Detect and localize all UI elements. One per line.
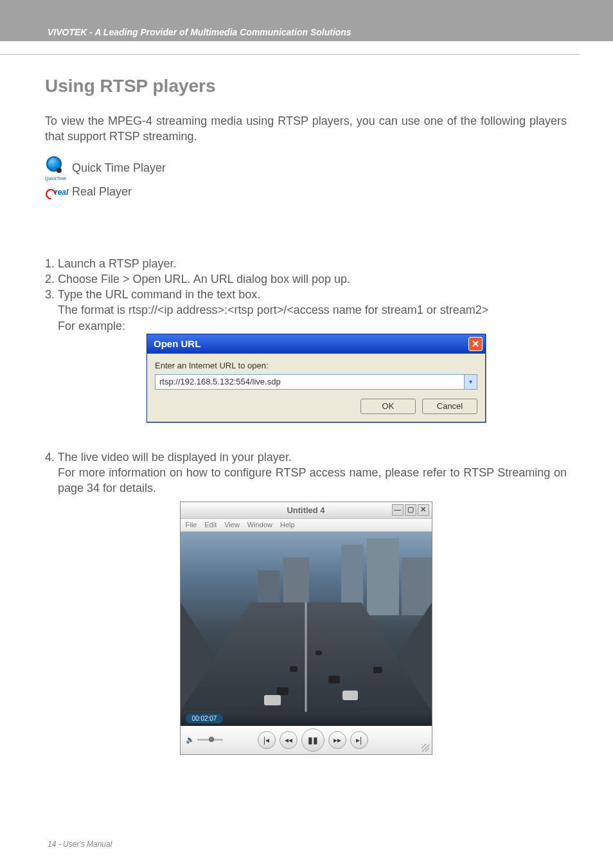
chevron-down-icon: ▾ bbox=[469, 377, 472, 386]
step-4: 4. The live video will be displayed in y… bbox=[45, 449, 567, 465]
open-url-dialog: Open URL ✕ Enter an Internet URL to open… bbox=[147, 334, 486, 422]
maximize-button[interactable]: ▢ bbox=[405, 504, 416, 516]
player-menubar: File Edit View Window Help bbox=[181, 519, 432, 532]
player-window-controls: ― ▢ ✕ bbox=[392, 504, 429, 516]
volume-track[interactable] bbox=[197, 739, 223, 741]
minimize-button[interactable]: ― bbox=[392, 504, 404, 516]
scene-car bbox=[277, 687, 289, 695]
page-title: Using RTSP players bbox=[45, 76, 567, 96]
volume-thumb[interactable] bbox=[209, 737, 214, 742]
player-real-row: real Real Player bbox=[45, 185, 567, 199]
combobox-dropdown-button[interactable]: ▾ bbox=[464, 375, 477, 389]
player-real-label: Real Player bbox=[72, 185, 132, 199]
elapsed-time: 00:02:07 bbox=[186, 714, 224, 723]
volume-control[interactable]: 🔈 bbox=[186, 736, 223, 744]
rewind-icon: ◂◂ bbox=[285, 736, 292, 745]
realplayer-icon: real bbox=[46, 188, 62, 199]
menu-window[interactable]: Window bbox=[247, 521, 272, 529]
scene-car bbox=[264, 695, 281, 705]
cancel-button[interactable]: Cancel bbox=[422, 399, 477, 414]
ok-button[interactable]: OK bbox=[360, 399, 416, 414]
progress-bar[interactable]: 00:02:07 bbox=[181, 712, 432, 726]
player-titlebar: Untitled 4 ― ▢ ✕ bbox=[181, 502, 432, 519]
dialog-close-button[interactable]: ✕ bbox=[468, 337, 483, 351]
scene-car bbox=[328, 676, 340, 683]
scene-car bbox=[342, 691, 358, 700]
header-divider bbox=[0, 54, 580, 55]
forward-button[interactable]: ▸▸ bbox=[328, 731, 346, 749]
step-3: 3. Type the URL command in the text box. bbox=[45, 287, 567, 302]
player-quicktime-row: QuickTime Quick Time Player bbox=[45, 156, 567, 181]
header-brand-text: VIVOTEK - A Leading Provider of Multimed… bbox=[48, 27, 351, 37]
quicktime-icon bbox=[46, 156, 62, 172]
step-3-format: The format is rtsp://<ip address>:<rtsp … bbox=[45, 302, 567, 318]
maximize-icon: ▢ bbox=[407, 505, 414, 514]
player-title-text: Untitled 4 bbox=[287, 505, 324, 515]
menu-view[interactable]: View bbox=[224, 521, 240, 529]
menu-file[interactable]: File bbox=[186, 521, 197, 529]
dialog-title-text: Open URL bbox=[154, 338, 200, 350]
dialog-titlebar: Open URL ✕ bbox=[147, 334, 485, 354]
skip-end-icon: ▸| bbox=[356, 736, 362, 745]
video-viewport bbox=[181, 532, 432, 712]
menu-edit[interactable]: Edit bbox=[204, 521, 217, 529]
scene-lane-divider bbox=[305, 602, 307, 712]
skip-start-button[interactable]: |◂ bbox=[258, 731, 276, 749]
player-close-button[interactable]: ✕ bbox=[418, 504, 429, 516]
close-icon: ✕ bbox=[472, 338, 480, 350]
content-area: Using RTSP players To view the MPEG-4 st… bbox=[0, 41, 613, 755]
url-combobox[interactable]: ▾ bbox=[155, 374, 477, 390]
resize-grip[interactable] bbox=[422, 744, 429, 752]
rewind-button[interactable]: ◂◂ bbox=[280, 731, 298, 749]
scene-car bbox=[315, 651, 322, 655]
speaker-icon: 🔈 bbox=[186, 736, 195, 744]
pause-icon: ▮▮ bbox=[308, 735, 318, 745]
example-label: For example: bbox=[45, 318, 567, 334]
skip-end-button[interactable]: ▸| bbox=[350, 731, 368, 749]
step-4-block: 4. The live video will be displayed in y… bbox=[45, 449, 567, 496]
scene-car bbox=[290, 666, 298, 672]
player-toolbar: 🔈 |◂ ◂◂ ▮▮ ▸▸ ▸| bbox=[181, 726, 432, 754]
intro-paragraph: To view the MPEG-4 streaming media using… bbox=[45, 113, 567, 145]
menu-help[interactable]: Help bbox=[280, 521, 295, 529]
transport-controls: |◂ ◂◂ ▮▮ ▸▸ ▸| bbox=[258, 728, 368, 752]
close-icon: ✕ bbox=[420, 505, 426, 514]
header-band: VIVOTEK - A Leading Provider of Multimed… bbox=[0, 0, 613, 41]
player-list: QuickTime Quick Time Player real Real Pl… bbox=[45, 156, 567, 199]
step-4-note: For more information on how to configure… bbox=[45, 465, 567, 496]
forward-icon: ▸▸ bbox=[333, 736, 341, 745]
quicktime-icon-caption: QuickTime bbox=[45, 176, 63, 181]
steps-block: 1. Launch a RTSP player. 2. Choose File … bbox=[45, 256, 567, 422]
media-player-window: Untitled 4 ― ▢ ✕ File Edit View Window H… bbox=[180, 502, 432, 755]
skip-start-icon: |◂ bbox=[263, 736, 269, 745]
step-1: 1. Launch a RTSP player. bbox=[45, 256, 567, 271]
minimize-icon: ― bbox=[394, 506, 401, 514]
step-2: 2. Choose File > Open URL. An URL dialog… bbox=[45, 271, 567, 287]
page-footer: 14 - User's Manual bbox=[48, 840, 112, 849]
dialog-body: Enter an Internet URL to open: ▾ OK Canc… bbox=[147, 354, 485, 422]
url-input[interactable] bbox=[155, 375, 464, 389]
dialog-button-row: OK Cancel bbox=[155, 399, 477, 414]
pause-button[interactable]: ▮▮ bbox=[301, 728, 324, 752]
dialog-field-label: Enter an Internet URL to open: bbox=[155, 360, 477, 372]
scene-car bbox=[373, 667, 382, 673]
player-quicktime-label: Quick Time Player bbox=[72, 161, 166, 175]
